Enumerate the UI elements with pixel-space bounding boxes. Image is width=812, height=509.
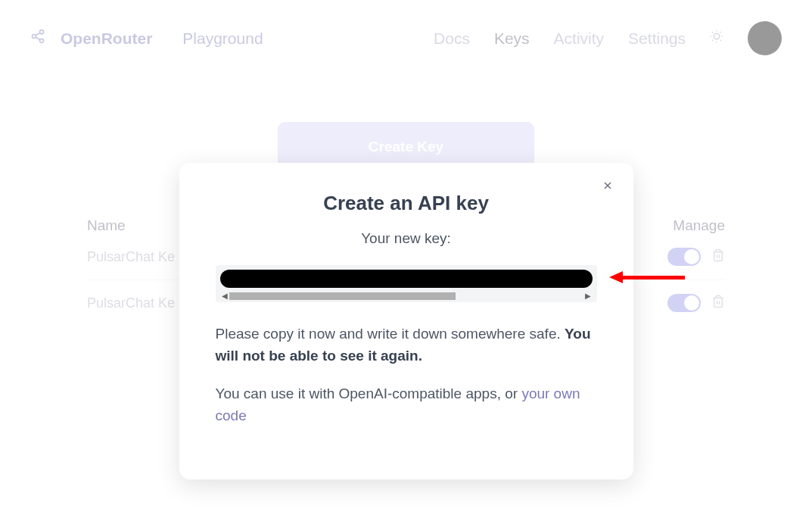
usage-prefix: You can use it with OpenAI-compatible ap…: [216, 386, 522, 401]
arrow-head-icon: [609, 271, 623, 283]
scroll-right-icon[interactable]: ▶: [585, 292, 591, 300]
horizontal-scrollbar[interactable]: ◀ ▶: [220, 293, 593, 302]
modal-warning-text: Please copy it now and write it down som…: [216, 323, 597, 367]
warning-prefix: Please copy it now and write it down som…: [216, 326, 565, 342]
scroll-left-icon[interactable]: ◀: [222, 292, 228, 300]
annotation-arrow: [609, 271, 685, 283]
scroll-track[interactable]: [229, 292, 583, 300]
modal-usage-text: You can use it with OpenAI-compatible ap…: [216, 383, 597, 426]
modal-subtitle: Your new key:: [216, 230, 597, 247]
arrow-line: [623, 276, 685, 279]
api-key-value-redacted: [220, 270, 593, 288]
create-api-key-modal: Create an API key Your new key: ◀ ▶ Plea…: [179, 163, 633, 479]
close-icon[interactable]: [602, 180, 614, 194]
api-key-display[interactable]: ◀ ▶: [216, 265, 597, 302]
scroll-thumb[interactable]: [229, 292, 456, 300]
modal-title: Create an API key: [216, 192, 597, 215]
